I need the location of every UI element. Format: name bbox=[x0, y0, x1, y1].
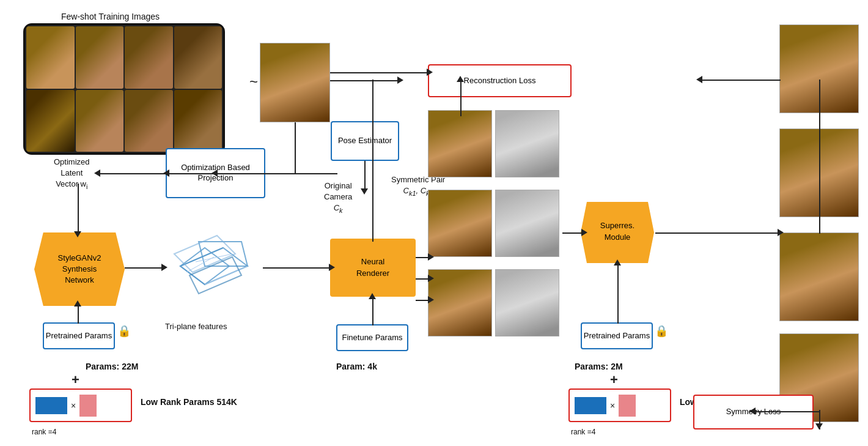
output-face-bot-img bbox=[780, 233, 858, 321]
reference-face-photo bbox=[260, 43, 330, 122]
pretrained-params-2-box: Pretrained Params bbox=[581, 322, 653, 349]
lowrank-box-2: × bbox=[568, 388, 671, 422]
svg-text:Module: Module bbox=[605, 232, 631, 242]
silver-photo-mid bbox=[495, 190, 559, 257]
arrowhead-pp2-sr bbox=[614, 259, 621, 266]
lock-icon-1: 🔒 bbox=[117, 324, 131, 338]
arrowhead-sg-tri bbox=[161, 264, 167, 271]
times-1: × bbox=[71, 401, 76, 411]
face-thumb-4 bbox=[174, 26, 223, 89]
arrow-tri-nr bbox=[263, 267, 331, 269]
training-images-box bbox=[23, 23, 225, 155]
silver-photo-top bbox=[495, 110, 559, 177]
silver-mid-img bbox=[496, 190, 559, 256]
pose-estimator-box: Pose Estimator bbox=[331, 121, 399, 161]
finetune-params-box: Finetune Params bbox=[336, 324, 408, 351]
times-2: × bbox=[610, 401, 615, 411]
arrowhead-latent-sg bbox=[74, 231, 81, 237]
rank-label-1: rank =4 bbox=[32, 427, 56, 437]
arrow-out-recon2 bbox=[819, 80, 820, 234]
training-images-label: Few-shot Training Images bbox=[61, 11, 160, 23]
arrow-sr-out bbox=[655, 232, 780, 234]
arrow-pp2-sr bbox=[617, 263, 619, 324]
face-thumb-2 bbox=[76, 26, 124, 89]
silver-photo-bot bbox=[495, 269, 559, 336]
arrowhead-nr-out2 bbox=[428, 275, 434, 282]
lowrank-text-1: Low Rank Params 514K bbox=[141, 396, 237, 409]
params-2m-label: Params: 2M bbox=[575, 361, 623, 373]
pretrained-params-1-box: Pretrained Params bbox=[43, 322, 115, 349]
arrowhead-sr-out bbox=[778, 229, 784, 236]
face-thumb-6 bbox=[76, 90, 124, 152]
arrowhead-sym-down bbox=[815, 423, 823, 429]
stylegan-box: StyleGANv2SynthesisNetwork bbox=[34, 232, 125, 306]
arrow-pose-camera bbox=[364, 161, 366, 191]
arrow-nr-recon-v bbox=[372, 80, 373, 242]
neural-renderer-container: NeuralRenderer bbox=[330, 239, 416, 297]
triplane-container bbox=[162, 217, 260, 315]
reconstruction-loss-box: Reconstruction Loss bbox=[428, 64, 572, 97]
arrowhead-faces-sr bbox=[581, 229, 587, 236]
face-thumb-7 bbox=[125, 90, 173, 152]
arrowhead-opt-latent bbox=[94, 169, 100, 177]
rendered-face-bot bbox=[428, 269, 492, 336]
arrowhead-nr-out1 bbox=[428, 253, 434, 261]
original-camera-label: OriginalCameraCk bbox=[324, 180, 352, 215]
rendered-face-mid-img bbox=[428, 190, 491, 256]
pretrained-params-2-label: Pretrained Params bbox=[584, 331, 650, 341]
diagram: { "title": "Few-shot Training Architectu… bbox=[0, 0, 868, 446]
arrowhead-ref-pose bbox=[397, 76, 403, 84]
lock-icon-2: 🔒 bbox=[655, 324, 668, 338]
face-thumb-5 bbox=[26, 90, 75, 152]
arrowhead-refimg-obp bbox=[163, 169, 169, 177]
arrow-opt-latent bbox=[98, 173, 166, 174]
arrow-sg-tri bbox=[125, 267, 164, 269]
face-thumb-1 bbox=[26, 26, 75, 89]
bar-blue-1 bbox=[35, 397, 67, 414]
arrowhead-faces-recon bbox=[457, 76, 464, 82]
pretrained-params-1-label: Pretrained Params bbox=[46, 331, 112, 341]
arrow-sym-out bbox=[753, 411, 820, 412]
arrowhead-nr-out3 bbox=[428, 296, 434, 303]
arrowhead-pp-sg bbox=[74, 300, 81, 307]
finetune-params-label: Finetune Params bbox=[342, 333, 403, 343]
face-thumb-8 bbox=[174, 90, 223, 152]
triplane-label: Tri-plane features bbox=[165, 321, 227, 332]
arrowhead-pose-camera bbox=[361, 188, 368, 195]
plus-sign-1: + bbox=[72, 372, 79, 388]
rendered-face-bot-img bbox=[428, 270, 491, 336]
face-thumb-3 bbox=[125, 26, 173, 89]
arrow-ref-recon bbox=[330, 72, 429, 73]
silver-bot-img bbox=[496, 270, 559, 336]
neural-renderer-box: NeuralRenderer bbox=[330, 239, 416, 297]
rendered-face-top-img bbox=[428, 111, 491, 177]
arrow-out-recon bbox=[700, 80, 781, 81]
optimized-latent-label: OptimizedLatentVector wi bbox=[54, 157, 90, 191]
triplane-svg bbox=[162, 217, 260, 315]
superres-container: Superres. Module bbox=[581, 202, 654, 266]
arrow-ref-pose bbox=[330, 80, 400, 81]
arrow-faces-recon bbox=[460, 80, 462, 116]
arrowhead-refimg-h bbox=[211, 169, 218, 177]
arrow-fp-nr bbox=[372, 297, 373, 325]
svg-text:Superres.: Superres. bbox=[600, 221, 634, 230]
svg-marker-2 bbox=[199, 242, 248, 266]
lowrank-box-1: × bbox=[29, 388, 132, 422]
rendered-face-mid bbox=[428, 190, 492, 257]
bar-pink-1 bbox=[79, 395, 97, 417]
bar-blue-2 bbox=[575, 397, 606, 414]
arrow-refimg-down bbox=[295, 122, 296, 174]
arrow-latent-sg bbox=[78, 184, 79, 234]
stylegan-container: StyleGANv2SynthesisNetwork bbox=[34, 232, 125, 306]
arrowhead-fp-nr bbox=[369, 293, 376, 299]
arrowhead-ref-recon bbox=[427, 69, 433, 76]
output-face-bot bbox=[779, 232, 859, 321]
arrowhead-tri-nr bbox=[329, 264, 335, 271]
bar-pink-2 bbox=[619, 395, 636, 417]
reference-face bbox=[260, 43, 329, 122]
arrow-refimg-horiz bbox=[215, 173, 296, 174]
rank-label-2: rank =4 bbox=[571, 427, 595, 437]
plus-sign-2: + bbox=[610, 372, 618, 388]
arrow-faces-sr bbox=[562, 232, 584, 234]
superres-svg: Superres. Module bbox=[581, 202, 654, 263]
